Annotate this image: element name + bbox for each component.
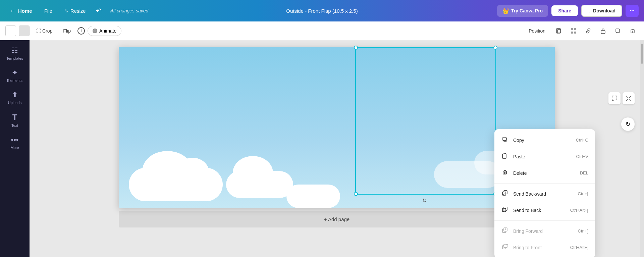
try-canva-label: Try Canva Pro xyxy=(511,8,543,13)
download-button[interactable]: ↓ Download xyxy=(581,5,622,17)
animate-label: Animate xyxy=(99,28,116,34)
context-menu-send-to-back[interactable]: Send to Back Ctrl+Alt+[ xyxy=(494,202,595,218)
context-menu-paste[interactable]: Paste Ctrl+V xyxy=(494,148,595,165)
link-icon xyxy=(585,28,592,34)
refresh-button[interactable]: ↻ xyxy=(621,117,635,131)
uploads-label: Uploads xyxy=(8,101,21,105)
main-layout: ☷ Templates ✦ Elements ⬆ Uploads T Text … xyxy=(0,40,644,257)
cloud-1 xyxy=(129,168,223,201)
selected-element-overlay[interactable]: ↻ xyxy=(355,47,496,195)
sidebar-item-text[interactable]: T Text xyxy=(2,109,28,131)
sidebar-item-templates[interactable]: ☷ Templates xyxy=(2,43,28,64)
ctx-paste-left: Paste xyxy=(501,152,525,161)
svg-rect-12 xyxy=(502,154,506,158)
crop-button[interactable]: ⛶ Crop xyxy=(32,26,56,36)
send-to-back-label: Send to Back xyxy=(513,208,541,213)
resize-icon: ⤡ xyxy=(64,8,68,13)
info-icon[interactable]: i xyxy=(77,27,85,35)
bring-to-front-label: Bring to Front xyxy=(513,245,542,250)
fit-screen-icon xyxy=(611,95,618,101)
download-label: Download xyxy=(593,8,615,13)
copy-style-icon xyxy=(555,28,562,34)
templates-icon: ☷ xyxy=(11,46,18,55)
position-button[interactable]: Position xyxy=(524,26,550,36)
more-options-button[interactable]: ··· xyxy=(626,5,639,17)
sec-bar-right: Position xyxy=(524,25,639,37)
secondary-toolbar: ⛶ Crop Flip i Animate Position xyxy=(0,21,644,40)
saved-status: All changes saved xyxy=(110,8,149,13)
more-label: More xyxy=(10,146,19,150)
ctx-divider-2 xyxy=(494,220,595,221)
color-swatch-white[interactable] xyxy=(5,25,16,36)
context-menu-send-backward[interactable]: Send Backward Ctrl+[ xyxy=(494,186,595,202)
crop-icon: ⛶ xyxy=(36,28,41,34)
lock-icon-button[interactable] xyxy=(597,25,609,37)
undo-button[interactable]: ↶ xyxy=(94,5,104,17)
sidebar-item-uploads[interactable]: ⬆ Uploads xyxy=(2,87,28,108)
templates-label: Templates xyxy=(6,56,23,60)
ctx-bring-to-front-left: Bring to Front xyxy=(501,243,542,252)
grid-icon xyxy=(570,28,577,34)
vertical-scrollbar[interactable] xyxy=(640,40,644,257)
resize-handle-top-left[interactable] xyxy=(354,46,358,50)
canvas-area: ↻ Copy Ctrl+C xyxy=(30,40,644,257)
scroll-thumb xyxy=(641,44,643,64)
rotate-handle[interactable]: ↻ xyxy=(422,197,429,204)
sidebar-item-more[interactable]: ••• More xyxy=(2,132,28,153)
top-bar-right: 👑 Try Canva Pro Share ↓ Download ··· xyxy=(497,5,639,17)
ctx-delete-left: Delete xyxy=(501,169,527,177)
cloud-2 xyxy=(226,171,293,198)
more-icon: ··· xyxy=(630,7,635,14)
ctx-send-backward-left: Send Backward xyxy=(501,190,546,198)
ctx-copy-left: Copy xyxy=(501,136,524,144)
copy-icon xyxy=(501,136,508,144)
animate-circle-icon xyxy=(93,29,97,33)
home-label: Home xyxy=(18,8,32,14)
right-float-area: ↻ xyxy=(621,117,635,131)
animate-button[interactable]: Animate xyxy=(88,26,121,36)
position-label: Position xyxy=(529,28,545,34)
resize-button[interactable]: ⤡ Resize xyxy=(60,6,90,16)
home-button[interactable]: ← Home xyxy=(5,5,36,16)
copy-style-icon-button[interactable] xyxy=(553,25,565,37)
svg-rect-8 xyxy=(616,29,619,32)
grid-icon-button[interactable] xyxy=(568,25,580,37)
delete-icon-button[interactable] xyxy=(627,25,639,37)
ctx-divider-1 xyxy=(494,183,595,184)
copy-shortcut: Ctrl+C xyxy=(576,138,588,143)
svg-rect-9 xyxy=(631,30,634,33)
lock-icon xyxy=(600,28,606,34)
svg-rect-0 xyxy=(556,29,560,33)
duplicate-icon-button[interactable] xyxy=(612,25,624,37)
download-icon: ↓ xyxy=(588,8,590,13)
fit-screen-button[interactable] xyxy=(608,92,621,104)
refresh-icon: ↻ xyxy=(626,120,631,128)
bring-forward-shortcut: Ctrl+] xyxy=(578,228,588,234)
resize-handle-bottom-left[interactable] xyxy=(354,192,358,196)
bring-to-front-shortcut: Ctrl+Alt+] xyxy=(570,245,588,250)
expand-button[interactable] xyxy=(623,92,635,104)
link-icon-button[interactable] xyxy=(582,25,594,37)
file-button[interactable]: File xyxy=(40,6,56,16)
add-page-button[interactable]: + Add page xyxy=(119,211,555,227)
resize-handle-top-right[interactable] xyxy=(493,46,497,50)
delete-label: Delete xyxy=(513,170,527,176)
share-label: Share xyxy=(558,8,571,13)
context-menu-delete[interactable]: Delete DEL xyxy=(494,165,595,181)
color-swatch-gray[interactable] xyxy=(19,25,30,36)
try-canva-button[interactable]: 👑 Try Canva Pro xyxy=(497,5,548,17)
context-menu: Copy Ctrl+C Paste Ctrl+V xyxy=(494,129,595,257)
send-backward-label: Send Backward xyxy=(513,191,546,197)
context-menu-copy[interactable]: Copy Ctrl+C xyxy=(494,132,595,148)
share-button[interactable]: Share xyxy=(551,5,578,16)
elements-icon: ✦ xyxy=(12,68,18,77)
svg-rect-6 xyxy=(601,31,605,34)
trash-icon xyxy=(629,28,636,34)
elements-label: Elements xyxy=(7,79,22,83)
file-label: File xyxy=(44,8,52,14)
flip-button[interactable]: Flip xyxy=(59,26,75,36)
canvas-expand-area xyxy=(608,92,635,104)
sidebar-item-elements[interactable]: ✦ Elements xyxy=(2,65,28,86)
crown-icon: 👑 xyxy=(502,8,509,14)
svg-rect-4 xyxy=(571,32,573,34)
